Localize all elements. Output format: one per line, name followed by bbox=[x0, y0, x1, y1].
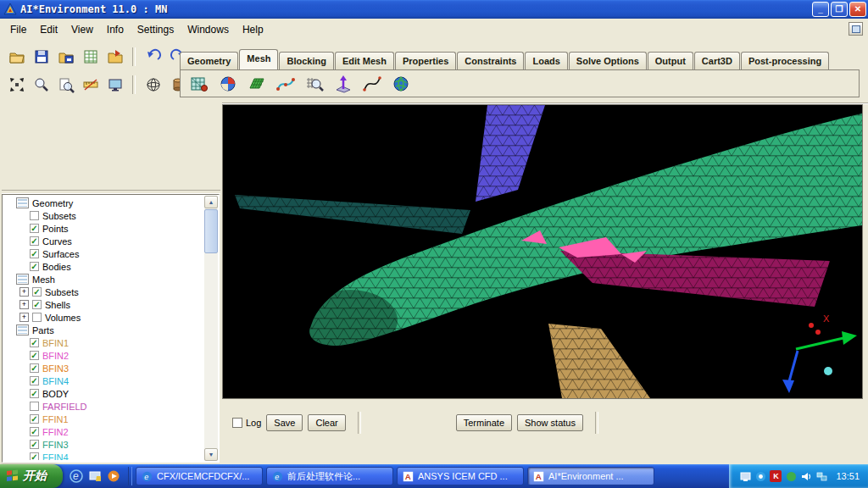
network-tray-icon[interactable] bbox=[815, 470, 827, 482]
task-button-ai-environment[interactable]: A AI*Environment ... bbox=[527, 467, 654, 485]
tree-item-bodies[interactable]: Bodies bbox=[4, 260, 204, 273]
checkbox-checked[interactable] bbox=[32, 287, 42, 297]
maximize-button[interactable]: ❐ bbox=[831, 2, 848, 17]
tree-item-ffin2[interactable]: FFIN2 bbox=[4, 425, 204, 438]
expand-plus-icon[interactable]: + bbox=[19, 300, 29, 309]
scrollbar-thumb[interactable] bbox=[204, 209, 218, 253]
tree-item-ffin4[interactable]: FFIN4 bbox=[4, 451, 204, 460]
show-desktop-icon[interactable] bbox=[87, 469, 102, 484]
tree-item-farfield[interactable]: FARFIELD bbox=[4, 400, 204, 413]
tab-solve-options[interactable]: Solve Options bbox=[569, 52, 647, 69]
spreadsheet-button[interactable] bbox=[79, 45, 102, 68]
menu-view[interactable]: View bbox=[64, 21, 100, 38]
checkbox-checked[interactable] bbox=[30, 262, 39, 271]
checkbox-checked[interactable] bbox=[30, 338, 39, 347]
terminate-button[interactable]: Terminate bbox=[456, 414, 512, 431]
menu-edit[interactable]: Edit bbox=[33, 21, 64, 38]
tab-mesh[interactable]: Mesh bbox=[239, 49, 278, 69]
tree-item-parts[interactable]: Parts bbox=[4, 324, 204, 336]
expand-plus-icon[interactable]: + bbox=[19, 313, 29, 322]
messenger-tray-icon[interactable] bbox=[754, 470, 766, 482]
undo-button[interactable] bbox=[142, 45, 164, 68]
screen-capture-button[interactable] bbox=[103, 73, 126, 96]
fit-all-button[interactable] bbox=[5, 73, 28, 96]
tree-item-ffin1[interactable]: FFIN1 bbox=[4, 413, 204, 425]
tree-item-ffin3[interactable]: FFIN3 bbox=[4, 438, 204, 451]
checkbox-unchecked[interactable] bbox=[30, 211, 39, 220]
menu-windows[interactable]: Windows bbox=[181, 21, 236, 38]
tree-item-bfin4[interactable]: BFIN4 bbox=[4, 374, 204, 387]
checkbox-checked[interactable] bbox=[32, 300, 42, 309]
checkbox-checked[interactable] bbox=[30, 249, 39, 258]
checkbox-unchecked[interactable] bbox=[30, 402, 39, 411]
expand-plus-icon[interactable]: + bbox=[19, 287, 29, 297]
checkbox-checked[interactable] bbox=[30, 236, 39, 246]
menu-file[interactable]: File bbox=[3, 21, 33, 38]
export-folder-button[interactable] bbox=[103, 45, 126, 68]
zoom-button[interactable] bbox=[30, 73, 53, 96]
checkbox-checked[interactable] bbox=[30, 351, 39, 360]
tree-item-body[interactable]: BODY bbox=[4, 387, 204, 400]
tree-item-points[interactable]: Points bbox=[4, 222, 204, 235]
antivirus-tray-icon[interactable]: K bbox=[770, 470, 782, 482]
checkbox-checked[interactable] bbox=[30, 376, 39, 385]
open-folder-button[interactable] bbox=[5, 45, 28, 68]
compute-mesh-button[interactable] bbox=[187, 72, 210, 95]
tab-post-processing[interactable]: Post-processing bbox=[741, 52, 829, 69]
tab-constraints[interactable]: Constraints bbox=[457, 52, 524, 69]
tree-item-bfin1[interactable]: BFIN1 bbox=[4, 336, 204, 349]
checkbox-checked[interactable] bbox=[30, 452, 39, 460]
mesh-globals-button[interactable] bbox=[216, 72, 239, 95]
task-button-icem[interactable]: A ANSYS ICEM CFD ... bbox=[397, 467, 524, 485]
save-log-button[interactable]: Save bbox=[266, 414, 303, 431]
task-button-forum[interactable]: e 前后处理软件论... bbox=[266, 467, 393, 485]
checkbox-checked[interactable] bbox=[30, 414, 39, 424]
zoom-page-button[interactable] bbox=[54, 73, 77, 96]
scroll-up-button[interactable]: ▲ bbox=[204, 196, 218, 208]
surface-normals-button[interactable] bbox=[331, 72, 354, 95]
save-button[interactable] bbox=[30, 45, 53, 68]
close-button[interactable]: ✕ bbox=[849, 2, 866, 17]
spline-edit-button[interactable] bbox=[360, 72, 383, 95]
scroll-down-button[interactable]: ▼ bbox=[204, 448, 218, 461]
display-tray-icon[interactable] bbox=[739, 470, 751, 482]
show-status-button[interactable]: Show status bbox=[517, 414, 583, 431]
tree-item-bfin2[interactable]: BFIN2 bbox=[4, 349, 204, 362]
curve-mesh-setup-button[interactable] bbox=[274, 72, 297, 95]
wire-sphere-button[interactable] bbox=[142, 73, 164, 96]
save-copy-button[interactable] bbox=[54, 45, 77, 68]
checkbox-checked[interactable] bbox=[30, 363, 39, 373]
tab-properties[interactable]: Properties bbox=[395, 52, 456, 69]
tab-loads[interactable]: Loads bbox=[525, 52, 567, 69]
checkbox-checked[interactable] bbox=[30, 427, 39, 436]
3d-viewport[interactable]: X bbox=[222, 104, 863, 399]
menu-help[interactable]: Help bbox=[236, 21, 270, 38]
tree-scrollbar[interactable]: ▲ ▼ bbox=[204, 196, 218, 461]
tab-blocking[interactable]: Blocking bbox=[279, 52, 333, 69]
volume-tray-icon[interactable] bbox=[800, 470, 812, 482]
checkbox-checked[interactable] bbox=[30, 440, 39, 449]
start-button[interactable]: 开始 bbox=[0, 464, 63, 488]
checkbox-unchecked[interactable] bbox=[32, 313, 42, 322]
checkbox-checked[interactable] bbox=[30, 224, 39, 233]
tab-edit-mesh[interactable]: Edit Mesh bbox=[335, 52, 394, 69]
tree-item-shells[interactable]: + Shells bbox=[4, 298, 204, 311]
globe-button[interactable] bbox=[389, 72, 412, 95]
tab-geometry[interactable]: Geometry bbox=[180, 52, 238, 69]
float-panel-icon[interactable] bbox=[849, 22, 863, 36]
checkbox-checked[interactable] bbox=[30, 389, 39, 398]
tree-item-geometry-subsets[interactable]: Subsets bbox=[4, 209, 204, 222]
tree-item-bfin3[interactable]: BFIN3 bbox=[4, 362, 204, 374]
tab-cart3d[interactable]: Cart3D bbox=[694, 52, 740, 69]
tree-item-volumes[interactable]: + Volumes bbox=[4, 311, 204, 324]
log-checkbox[interactable] bbox=[232, 418, 242, 428]
menu-info[interactable]: Info bbox=[100, 21, 131, 38]
tree-item-mesh[interactable]: Mesh bbox=[4, 273, 204, 286]
clear-log-button[interactable]: Clear bbox=[308, 414, 345, 431]
tree-item-surfaces[interactable]: Surfaces bbox=[4, 247, 204, 260]
surface-mesh-setup-button[interactable] bbox=[245, 72, 268, 95]
menu-settings[interactable]: Settings bbox=[131, 21, 181, 38]
status-green-tray-icon[interactable] bbox=[785, 470, 797, 482]
task-button-cfx[interactable]: e CFX/ICEMCFDCFX/... bbox=[136, 467, 263, 485]
minimize-button[interactable]: _ bbox=[812, 2, 829, 17]
